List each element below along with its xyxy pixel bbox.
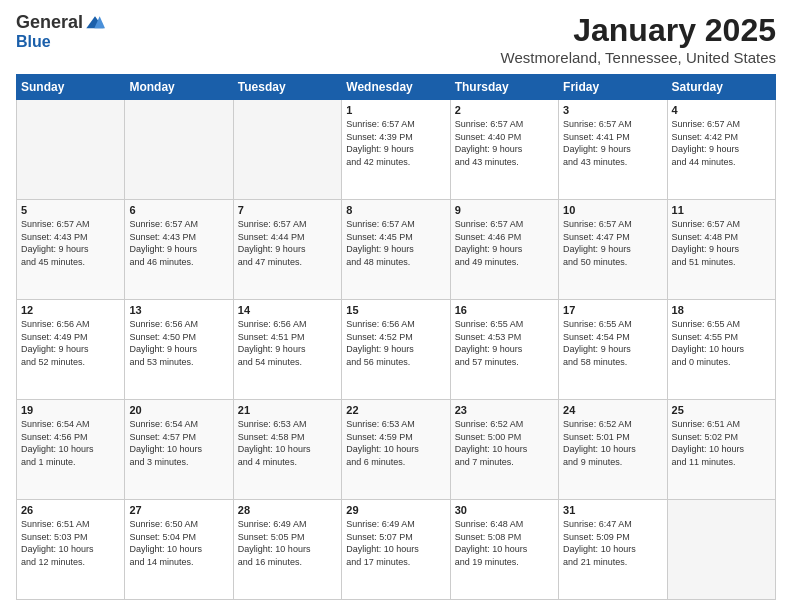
calendar-cell-w1-d6: 11Sunrise: 6:57 AM Sunset: 4:48 PM Dayli…	[667, 200, 775, 300]
calendar-cell-w4-d6	[667, 500, 775, 600]
calendar-cell-w0-d3: 1Sunrise: 6:57 AM Sunset: 4:39 PM Daylig…	[342, 100, 450, 200]
calendar-cell-w1-d3: 8Sunrise: 6:57 AM Sunset: 4:45 PM Daylig…	[342, 200, 450, 300]
header-thursday: Thursday	[450, 75, 558, 100]
day-number-15: 15	[346, 304, 445, 316]
day-info-25: Sunrise: 6:51 AM Sunset: 5:02 PM Dayligh…	[672, 418, 771, 468]
day-info-8: Sunrise: 6:57 AM Sunset: 4:45 PM Dayligh…	[346, 218, 445, 268]
calendar-cell-w2-d0: 12Sunrise: 6:56 AM Sunset: 4:49 PM Dayli…	[17, 300, 125, 400]
day-number-21: 21	[238, 404, 337, 416]
day-info-27: Sunrise: 6:50 AM Sunset: 5:04 PM Dayligh…	[129, 518, 228, 568]
week-row-2: 12Sunrise: 6:56 AM Sunset: 4:49 PM Dayli…	[17, 300, 776, 400]
header-monday: Monday	[125, 75, 233, 100]
day-info-6: Sunrise: 6:57 AM Sunset: 4:43 PM Dayligh…	[129, 218, 228, 268]
day-info-11: Sunrise: 6:57 AM Sunset: 4:48 PM Dayligh…	[672, 218, 771, 268]
day-number-8: 8	[346, 204, 445, 216]
header-tuesday: Tuesday	[233, 75, 341, 100]
calendar-cell-w1-d4: 9Sunrise: 6:57 AM Sunset: 4:46 PM Daylig…	[450, 200, 558, 300]
header-sunday: Sunday	[17, 75, 125, 100]
calendar-cell-w2-d5: 17Sunrise: 6:55 AM Sunset: 4:54 PM Dayli…	[559, 300, 667, 400]
day-number-14: 14	[238, 304, 337, 316]
day-number-29: 29	[346, 504, 445, 516]
calendar-cell-w3-d3: 22Sunrise: 6:53 AM Sunset: 4:59 PM Dayli…	[342, 400, 450, 500]
day-number-10: 10	[563, 204, 662, 216]
day-number-28: 28	[238, 504, 337, 516]
calendar-cell-w2-d6: 18Sunrise: 6:55 AM Sunset: 4:55 PM Dayli…	[667, 300, 775, 400]
calendar-cell-w2-d3: 15Sunrise: 6:56 AM Sunset: 4:52 PM Dayli…	[342, 300, 450, 400]
logo-text: General	[16, 12, 105, 33]
day-number-22: 22	[346, 404, 445, 416]
day-info-10: Sunrise: 6:57 AM Sunset: 4:47 PM Dayligh…	[563, 218, 662, 268]
day-number-20: 20	[129, 404, 228, 416]
logo-general: General	[16, 12, 83, 33]
day-number-5: 5	[21, 204, 120, 216]
day-number-31: 31	[563, 504, 662, 516]
day-number-1: 1	[346, 104, 445, 116]
header-friday: Friday	[559, 75, 667, 100]
header-wednesday: Wednesday	[342, 75, 450, 100]
day-info-31: Sunrise: 6:47 AM Sunset: 5:09 PM Dayligh…	[563, 518, 662, 568]
calendar-cell-w4-d3: 29Sunrise: 6:49 AM Sunset: 5:07 PM Dayli…	[342, 500, 450, 600]
day-info-30: Sunrise: 6:48 AM Sunset: 5:08 PM Dayligh…	[455, 518, 554, 568]
day-info-17: Sunrise: 6:55 AM Sunset: 4:54 PM Dayligh…	[563, 318, 662, 368]
day-info-15: Sunrise: 6:56 AM Sunset: 4:52 PM Dayligh…	[346, 318, 445, 368]
day-info-21: Sunrise: 6:53 AM Sunset: 4:58 PM Dayligh…	[238, 418, 337, 468]
day-number-11: 11	[672, 204, 771, 216]
day-number-25: 25	[672, 404, 771, 416]
day-info-19: Sunrise: 6:54 AM Sunset: 4:56 PM Dayligh…	[21, 418, 120, 468]
week-row-4: 26Sunrise: 6:51 AM Sunset: 5:03 PM Dayli…	[17, 500, 776, 600]
calendar-cell-w2-d4: 16Sunrise: 6:55 AM Sunset: 4:53 PM Dayli…	[450, 300, 558, 400]
weekday-header-row: Sunday Monday Tuesday Wednesday Thursday…	[17, 75, 776, 100]
day-number-3: 3	[563, 104, 662, 116]
day-info-20: Sunrise: 6:54 AM Sunset: 4:57 PM Dayligh…	[129, 418, 228, 468]
day-number-30: 30	[455, 504, 554, 516]
day-number-17: 17	[563, 304, 662, 316]
day-number-2: 2	[455, 104, 554, 116]
calendar-cell-w0-d1	[125, 100, 233, 200]
day-info-9: Sunrise: 6:57 AM Sunset: 4:46 PM Dayligh…	[455, 218, 554, 268]
calendar-subtitle: Westmoreland, Tennessee, United States	[501, 49, 776, 66]
header: General Blue January 2025 Westmoreland, …	[16, 12, 776, 66]
week-row-0: 1Sunrise: 6:57 AM Sunset: 4:39 PM Daylig…	[17, 100, 776, 200]
title-block: January 2025 Westmoreland, Tennessee, Un…	[501, 12, 776, 66]
day-info-12: Sunrise: 6:56 AM Sunset: 4:49 PM Dayligh…	[21, 318, 120, 368]
day-info-13: Sunrise: 6:56 AM Sunset: 4:50 PM Dayligh…	[129, 318, 228, 368]
day-number-9: 9	[455, 204, 554, 216]
logo-blue-text: Blue	[16, 33, 51, 51]
logo: General Blue	[16, 12, 105, 51]
calendar-cell-w0-d6: 4Sunrise: 6:57 AM Sunset: 4:42 PM Daylig…	[667, 100, 775, 200]
day-number-13: 13	[129, 304, 228, 316]
calendar-cell-w4-d1: 27Sunrise: 6:50 AM Sunset: 5:04 PM Dayli…	[125, 500, 233, 600]
calendar-cell-w0-d2	[233, 100, 341, 200]
day-number-26: 26	[21, 504, 120, 516]
calendar-cell-w3-d6: 25Sunrise: 6:51 AM Sunset: 5:02 PM Dayli…	[667, 400, 775, 500]
day-info-16: Sunrise: 6:55 AM Sunset: 4:53 PM Dayligh…	[455, 318, 554, 368]
day-number-16: 16	[455, 304, 554, 316]
day-number-4: 4	[672, 104, 771, 116]
calendar-title: January 2025	[501, 12, 776, 49]
calendar-cell-w0-d5: 3Sunrise: 6:57 AM Sunset: 4:41 PM Daylig…	[559, 100, 667, 200]
day-info-28: Sunrise: 6:49 AM Sunset: 5:05 PM Dayligh…	[238, 518, 337, 568]
day-number-7: 7	[238, 204, 337, 216]
calendar-cell-w3-d0: 19Sunrise: 6:54 AM Sunset: 4:56 PM Dayli…	[17, 400, 125, 500]
day-number-12: 12	[21, 304, 120, 316]
calendar-cell-w3-d2: 21Sunrise: 6:53 AM Sunset: 4:58 PM Dayli…	[233, 400, 341, 500]
calendar-cell-w0-d4: 2Sunrise: 6:57 AM Sunset: 4:40 PM Daylig…	[450, 100, 558, 200]
calendar-cell-w4-d2: 28Sunrise: 6:49 AM Sunset: 5:05 PM Dayli…	[233, 500, 341, 600]
calendar-table: Sunday Monday Tuesday Wednesday Thursday…	[16, 74, 776, 600]
day-number-23: 23	[455, 404, 554, 416]
day-number-24: 24	[563, 404, 662, 416]
day-info-23: Sunrise: 6:52 AM Sunset: 5:00 PM Dayligh…	[455, 418, 554, 468]
calendar-cell-w4-d0: 26Sunrise: 6:51 AM Sunset: 5:03 PM Dayli…	[17, 500, 125, 600]
day-number-18: 18	[672, 304, 771, 316]
page: General Blue January 2025 Westmoreland, …	[0, 0, 792, 612]
calendar-cell-w1-d1: 6Sunrise: 6:57 AM Sunset: 4:43 PM Daylig…	[125, 200, 233, 300]
day-info-24: Sunrise: 6:52 AM Sunset: 5:01 PM Dayligh…	[563, 418, 662, 468]
day-number-27: 27	[129, 504, 228, 516]
header-saturday: Saturday	[667, 75, 775, 100]
day-number-19: 19	[21, 404, 120, 416]
calendar-cell-w1-d5: 10Sunrise: 6:57 AM Sunset: 4:47 PM Dayli…	[559, 200, 667, 300]
calendar-cell-w0-d0	[17, 100, 125, 200]
logo-blue: Blue	[16, 33, 51, 50]
day-info-1: Sunrise: 6:57 AM Sunset: 4:39 PM Dayligh…	[346, 118, 445, 168]
calendar-cell-w1-d0: 5Sunrise: 6:57 AM Sunset: 4:43 PM Daylig…	[17, 200, 125, 300]
